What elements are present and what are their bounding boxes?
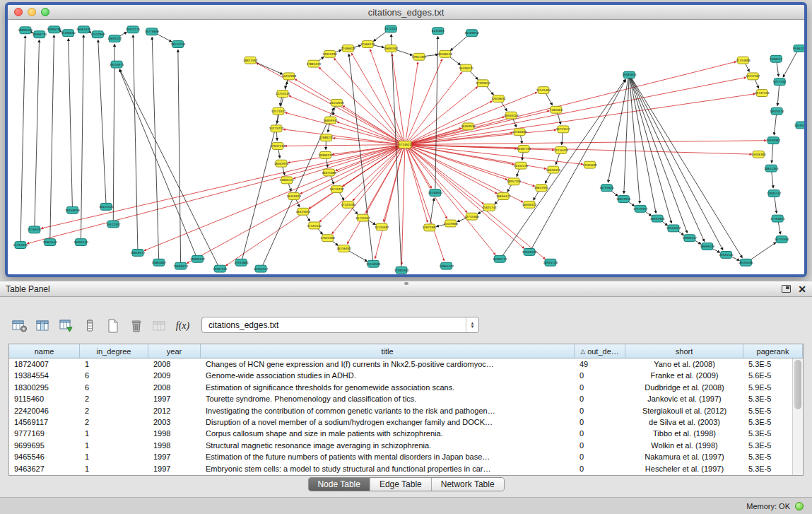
table-cell[interactable]: 49 — [575, 358, 625, 370]
table-cell[interactable]: Embryonic stem cells: a model to study s… — [201, 463, 575, 474]
table-cell[interactable]: 1997 — [148, 451, 201, 462]
table-cell[interactable]: 9115460 — [9, 393, 80, 404]
table-cell[interactable]: 18300295 — [9, 382, 80, 393]
table-cell[interactable]: 1 — [80, 440, 148, 451]
table-cell[interactable]: Franke et al. (2009) — [625, 370, 743, 381]
select-columns-icon[interactable] — [33, 317, 52, 335]
delete-table-icon[interactable] — [126, 317, 146, 335]
scrollbar-thumb[interactable] — [794, 360, 801, 409]
table-cell[interactable]: 19384554 — [9, 370, 80, 381]
table-cell[interactable]: 1 — [80, 463, 148, 474]
table-cell[interactable]: 0 — [575, 451, 625, 462]
table-cell[interactable]: 2012 — [148, 405, 201, 416]
table-settings-icon[interactable] — [10, 317, 29, 335]
panel-resize-grip[interactable] — [404, 282, 408, 285]
table-cell[interactable]: 2009 — [148, 370, 201, 381]
table-cell[interactable]: 2008 — [148, 358, 201, 370]
network-table-select[interactable]: citations_edges.txt ▲▼ — [201, 317, 479, 333]
table-cell[interactable]: Estimation of significance thresholds fo… — [201, 382, 575, 393]
table-cell[interactable]: 1998 — [148, 428, 201, 439]
table-cell[interactable]: 0 — [575, 405, 625, 416]
table-row[interactable]: 1456911722003Disruption of a novel membe… — [9, 416, 803, 428]
table-cell[interactable]: 2 — [80, 393, 148, 404]
table-cell[interactable]: Nakamura et al. (1997) — [625, 451, 743, 462]
table-cell[interactable]: 22420046 — [9, 405, 80, 416]
column-header-short[interactable]: short — [625, 344, 743, 358]
table-row[interactable]: 977716911998Corpus callosum shape and si… — [9, 428, 803, 439]
float-panel-icon[interactable] — [782, 285, 791, 293]
table-cell[interactable]: Disruption of a novel member of a sodium… — [201, 416, 575, 428]
table-cell[interactable]: 9699695 — [9, 440, 80, 451]
table-cell[interactable]: 0 — [575, 382, 625, 393]
table-cell[interactable]: Genome-wide association studies in ADHD. — [201, 370, 575, 381]
close-window-button[interactable] — [14, 8, 23, 16]
column-header-name[interactable]: name — [9, 344, 80, 358]
new-document-icon[interactable] — [103, 317, 122, 335]
table-cell[interactable]: 6 — [80, 370, 148, 381]
tab-edge-table[interactable]: Edge Table — [370, 478, 432, 491]
network-canvas-area[interactable]: 9724022178852191202128422406828176667341… — [8, 21, 804, 274]
table-cell[interactable]: Hescheler et al. (1997) — [625, 463, 743, 474]
table-cell[interactable]: 1997 — [148, 393, 201, 404]
table-cell[interactable]: 0 — [575, 440, 625, 451]
table-cell[interactable]: Stergiakouli et al. (2012) — [625, 405, 743, 416]
table-cell[interactable]: Structural magnetic resonance image aver… — [201, 440, 575, 451]
table-cell[interactable]: 1998 — [148, 440, 201, 451]
table-cell[interactable]: 1 — [80, 428, 148, 439]
table-cell[interactable]: Wolkin et al. (1998) — [625, 440, 743, 451]
table-cell[interactable]: Tourette syndrome. Phenomenology and cla… — [201, 393, 575, 404]
table-cell[interactable]: 0 — [575, 416, 625, 428]
table-cell[interactable]: Corpus callosum shape and size in male p… — [201, 428, 575, 439]
column-header-out_de[interactable]: △out_de… — [575, 344, 625, 358]
table-cell[interactable]: 1997 — [148, 463, 201, 474]
function-builder-icon[interactable]: f(x) — [173, 317, 192, 335]
table-cell[interactable]: 2008 — [148, 382, 201, 393]
table-cell[interactable]: 1 — [80, 451, 148, 462]
table-row[interactable]: 1830029562008Estimation of significance … — [9, 382, 803, 393]
table-row[interactable]: 969969511998Structural magnetic resonanc… — [9, 440, 803, 451]
column-header-title[interactable]: title — [201, 344, 575, 358]
table-cell[interactable]: 9777169 — [9, 428, 80, 439]
table-cell[interactable]: 2003 — [148, 416, 201, 428]
table-row[interactable]: 946554611997Estimation of the future num… — [9, 451, 803, 462]
column-header-in_degree[interactable]: in_degree — [80, 344, 148, 358]
merge-table-icon[interactable] — [150, 317, 169, 335]
table-cell[interactable]: 14569117 — [9, 416, 80, 428]
table-vertical-scrollbar[interactable] — [792, 358, 803, 475]
zoom-window-button[interactable] — [41, 8, 49, 16]
citation-edge — [556, 153, 560, 165]
table-row[interactable]: 2242004622012Investigating the contribut… — [9, 405, 803, 416]
table-cell[interactable]: de Silva et al. (2003) — [625, 416, 743, 428]
table-cell[interactable]: 0 — [575, 463, 625, 474]
table-row[interactable]: 1938455462009Genome-wide association stu… — [9, 370, 803, 381]
table-cell[interactable]: Yano et al. (2008) — [625, 358, 743, 370]
table-cell[interactable]: Jankovic et al. (1997) — [625, 393, 743, 404]
tab-network-table[interactable]: Network Table — [432, 478, 504, 491]
import-table-icon[interactable] — [57, 317, 76, 335]
table-cell[interactable]: 1 — [80, 358, 148, 370]
table-cell[interactable]: 0 — [575, 428, 625, 439]
table-cell[interactable]: 0 — [575, 370, 625, 381]
table-cell[interactable]: Changes of HCN gene expression and I(f) … — [201, 358, 575, 370]
table-row[interactable]: 911546021997Tourette syndrome. Phenomeno… — [9, 393, 803, 404]
table-cell[interactable]: Dudbridge et al. (2008) — [625, 382, 743, 393]
window-titlebar[interactable]: citations_edges.txt — [8, 5, 804, 20]
table-cell[interactable]: Estimation of the future numbers of pati… — [201, 451, 575, 462]
table-cell[interactable]: 9465546 — [9, 451, 80, 462]
table-cell[interactable]: 0 — [575, 393, 625, 404]
table-cell[interactable]: 9463627 — [9, 463, 80, 474]
tab-node-table[interactable]: Node Table — [308, 478, 370, 491]
column-icon[interactable] — [80, 317, 99, 335]
table-cell[interactable]: Tibbo et al. (1998) — [625, 428, 743, 439]
close-panel-icon[interactable]: ✕ — [798, 284, 806, 294]
column-header-pagerank[interactable]: pagerank — [743, 344, 803, 358]
minimize-window-button[interactable] — [28, 8, 36, 16]
column-header-year[interactable]: year — [148, 344, 201, 358]
table-cell[interactable]: 2 — [80, 405, 148, 416]
table-cell[interactable]: 18724007 — [9, 358, 80, 370]
table-cell[interactable]: Investigating the contribution of common… — [201, 405, 575, 416]
table-row[interactable]: 1872400712008Changes of HCN gene express… — [9, 358, 803, 370]
table-cell[interactable]: 2 — [80, 416, 148, 428]
table-cell[interactable]: 6 — [80, 382, 148, 393]
table-row[interactable]: 946362711997Embryonic stem cells: a mode… — [9, 463, 803, 474]
